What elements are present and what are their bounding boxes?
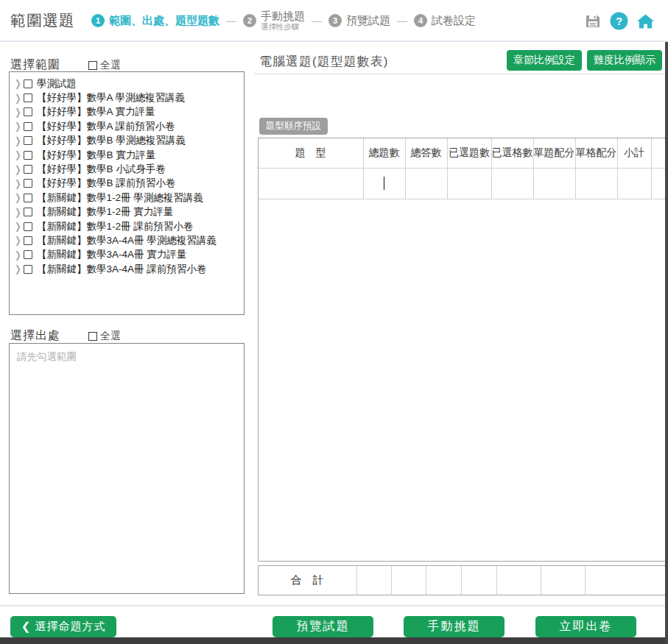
chevron-right-icon[interactable]: ❯: [13, 236, 23, 246]
topbar-icons: ?: [583, 0, 655, 42]
wizard-step-4[interactable]: 4試卷設定: [414, 14, 476, 27]
item-checkbox[interactable]: [24, 236, 32, 245]
total-label: 合 計: [259, 566, 356, 595]
source-select-all[interactable]: 全選: [88, 330, 121, 343]
table-filler: [259, 199, 667, 559]
chevron-right-icon[interactable]: ❯: [13, 149, 23, 160]
chevron-right-icon[interactable]: ❯: [13, 164, 23, 174]
item-checkbox[interactable]: [24, 250, 32, 259]
tree-item[interactable]: ❯ 【新關鍵】數學3A-4A冊 學測總複習講義: [13, 233, 241, 247]
source-title: 選擇出處: [10, 328, 60, 344]
table-cell[interactable]: [491, 168, 533, 199]
tree-item[interactable]: ❯ 【好好學】數學A 課前預習小卷: [13, 119, 241, 133]
item-checkbox[interactable]: [24, 136, 32, 145]
wizard-step-2[interactable]: 2手動挑題選擇性步驟: [243, 10, 305, 31]
item-label: 【好好學】數學A 學測總複習講義: [37, 91, 185, 105]
step-label: 預覽試題: [346, 14, 390, 26]
table-cell[interactable]: [363, 168, 405, 199]
tree-item[interactable]: ❯ 【好好學】數學B 課前預習小卷: [13, 177, 241, 191]
range-listbox: ❯ 學測試題 ❯ 【好好學】數學A 學測總複習講義 ❯ 【好好學】數學A 實力評…: [9, 71, 245, 315]
wizard-step-3[interactable]: 3預覽試題: [328, 14, 390, 27]
chevron-right-icon[interactable]: ❯: [13, 93, 23, 103]
chapter-ratio-button[interactable]: 章節比例設定: [507, 50, 582, 71]
step-labels: 預覽試題: [346, 14, 390, 26]
table-cell[interactable]: [575, 168, 617, 199]
manual-pick-button[interactable]: 手動挑題: [404, 616, 504, 637]
source-placeholder: 請先勾選範圍: [10, 344, 244, 370]
window-right-edge: [665, 42, 668, 644]
source-section-header: 選擇出處 全選: [10, 328, 121, 344]
table-cell[interactable]: [405, 168, 447, 199]
column-header: 總答數: [405, 138, 447, 168]
chevron-right-icon[interactable]: ❯: [13, 221, 23, 231]
item-label: 【好好學】數學B 小試身手卷: [37, 163, 166, 176]
table-header-row: 題 型總題數總答數已選題數已選格數單題配分單格配分小計: [259, 138, 667, 168]
item-checkbox[interactable]: [24, 179, 32, 188]
tree-item[interactable]: ❯ 【好好學】數學B 小試身手卷: [13, 162, 241, 176]
difficulty-ratio-button[interactable]: 難度比例顯示: [587, 50, 662, 71]
range-select-all[interactable]: 全選: [88, 59, 121, 72]
item-checkbox[interactable]: [24, 222, 32, 231]
tree-item[interactable]: ❯ 【好好學】數學A 學測總複習講義: [13, 91, 241, 105]
item-checkbox[interactable]: [24, 107, 32, 116]
column-header: 已選題數: [447, 138, 491, 168]
item-checkbox[interactable]: [24, 265, 32, 274]
text-caret: [384, 177, 385, 190]
preview-questions-button[interactable]: 預覽試題: [273, 616, 373, 637]
home-icon[interactable]: [636, 12, 655, 30]
generate-paper-button[interactable]: 立即出卷: [535, 616, 636, 637]
chevron-right-icon[interactable]: ❯: [13, 178, 23, 188]
wizard-step-1[interactable]: 1範圍、出處、題型題數: [91, 14, 219, 27]
item-checkbox[interactable]: [24, 194, 32, 202]
step-number-badge: 1: [91, 14, 105, 27]
tree-item[interactable]: ❯ 【新關鍵】數學3A-4A冊 實力評量: [13, 248, 241, 262]
range-section-header: 選擇範圍 全選: [10, 57, 121, 73]
item-checkbox[interactable]: [24, 151, 32, 160]
type-order-default-button[interactable]: 題型順序預設: [259, 118, 328, 135]
step-separator: —: [312, 15, 322, 26]
table-cell[interactable]: [617, 168, 651, 199]
page-title: 範圍選題: [10, 10, 75, 31]
range-select-all-checkbox[interactable]: [88, 61, 97, 70]
chevron-right-icon[interactable]: ❯: [13, 79, 23, 89]
source-select-all-checkbox[interactable]: [88, 332, 97, 341]
item-checkbox[interactable]: [24, 93, 32, 102]
table-cell[interactable]: [533, 168, 575, 199]
table-cell[interactable]: [447, 168, 491, 199]
item-checkbox[interactable]: [24, 122, 32, 131]
chevron-right-icon[interactable]: ❯: [13, 121, 23, 132]
save-icon[interactable]: [583, 12, 602, 30]
tree-item[interactable]: ❯ 【新關鍵】數學1-2冊 學測總複習講義: [13, 191, 241, 205]
tree-item[interactable]: ❯ 【好好學】數學B 實力評量: [13, 148, 241, 162]
chevron-right-icon[interactable]: ❯: [13, 250, 23, 260]
tree-item[interactable]: ❯ 【好好學】數學B 學測總複習講義: [13, 134, 241, 148]
chevron-right-icon[interactable]: ❯: [13, 264, 23, 275]
item-checkbox[interactable]: [24, 79, 32, 88]
chevron-right-icon[interactable]: ❯: [13, 135, 23, 146]
step-labels: 手動挑題選擇性步驟: [261, 10, 305, 31]
chevron-left-icon: ❮: [21, 620, 32, 632]
step-label: 範圍、出處、題型題數: [109, 14, 219, 26]
tree-item[interactable]: ❯ 學測試題: [13, 77, 241, 91]
chevron-right-icon[interactable]: ❯: [13, 107, 23, 117]
chevron-right-icon[interactable]: ❯: [13, 193, 23, 203]
back-button[interactable]: ❮ 選擇命題方式: [10, 616, 116, 637]
item-label: 【新關鍵】數學1-2冊 學測總複習講義: [37, 191, 203, 205]
total-row: 合 計: [259, 566, 667, 595]
chevron-right-icon[interactable]: ❯: [13, 207, 23, 217]
step-labels: 範圍、出處、題型題數: [109, 14, 219, 26]
column-header: 總題數: [363, 138, 405, 168]
help-icon[interactable]: ?: [610, 12, 628, 30]
item-label: 【好好學】數學B 學測總複習講義: [37, 134, 186, 147]
item-checkbox[interactable]: [24, 208, 32, 216]
item-label: 【好好學】數學B 實力評量: [37, 149, 155, 162]
step-label: 試卷設定: [432, 14, 476, 26]
tree-item[interactable]: ❯ 【新關鍵】數學1-2冊 課前預習小卷: [13, 219, 241, 233]
tree-item[interactable]: ❯ 【新關鍵】數學3A-4A冊 課前預習小卷: [13, 262, 241, 276]
tree-item[interactable]: ❯ 【好好學】數學A 實力評量: [13, 105, 241, 119]
table-cell[interactable]: [259, 168, 363, 199]
column-header: 單題配分: [533, 138, 575, 168]
item-checkbox[interactable]: [24, 165, 32, 174]
source-listbox: 請先勾選範圍: [9, 343, 245, 594]
tree-item[interactable]: ❯ 【新關鍵】數學1-2冊 實力評量: [13, 205, 241, 219]
